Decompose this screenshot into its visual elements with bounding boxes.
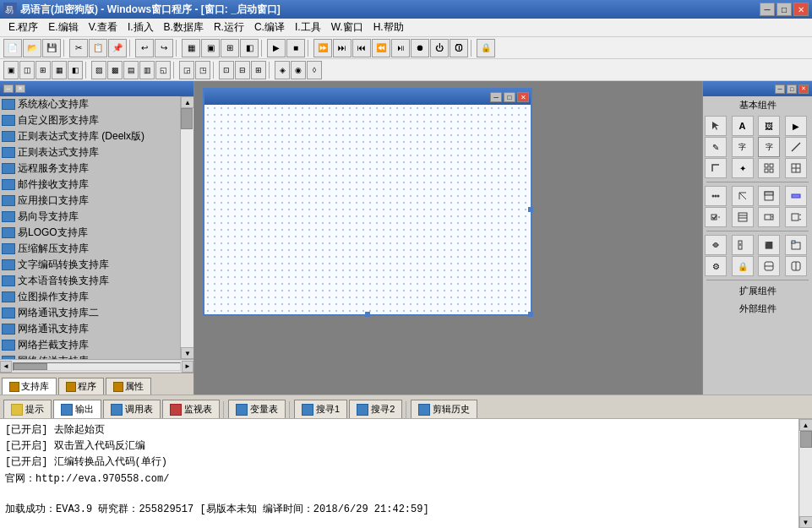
- list-item[interactable]: 网络拦截支持库: [0, 337, 180, 353]
- rp-scroll-tool[interactable]: [732, 235, 754, 255]
- lp-close-btn[interactable]: ✕: [15, 84, 25, 93]
- tb-b1[interactable]: ▦: [182, 39, 200, 57]
- rp-image-tool[interactable]: 🖼: [758, 116, 780, 136]
- menu-tools[interactable]: I.工具: [290, 19, 326, 36]
- rp-star-tool[interactable]: ✦: [732, 158, 754, 178]
- menu-db[interactable]: B.数据库: [159, 19, 209, 36]
- tb2-b3[interactable]: ⊞: [35, 61, 51, 79]
- menu-file[interactable]: E.程序: [3, 19, 43, 36]
- output-scroll-down[interactable]: ▼: [799, 516, 813, 528]
- output-scroll-thumb[interactable]: [800, 431, 812, 448]
- tb-new[interactable]: 📄: [3, 39, 22, 57]
- btab-clipboard[interactable]: 剪辑历史: [411, 400, 477, 418]
- tb-r5[interactable]: ⏯: [391, 39, 410, 57]
- hscroll-right-btn[interactable]: ►: [182, 361, 193, 373]
- tb2-b13[interactable]: ⊡: [219, 61, 234, 79]
- btab-watch[interactable]: 监视表: [162, 400, 220, 418]
- rp-max-btn[interactable]: □: [787, 84, 797, 94]
- tb-redo[interactable]: ↪: [155, 39, 173, 57]
- rp-combo-tool[interactable]: [758, 207, 780, 227]
- rp-line-tool[interactable]: [785, 137, 807, 157]
- btab-output[interactable]: 输出: [53, 400, 101, 418]
- list-item[interactable]: 文字编码转换支持库: [0, 257, 180, 273]
- design-canvas[interactable]: [204, 105, 531, 314]
- tb-b3[interactable]: ⊞: [221, 39, 239, 57]
- list-item[interactable]: 远程服务支持库: [0, 161, 180, 177]
- list-item[interactable]: 位图操作支持库: [0, 289, 180, 305]
- tb2-b12[interactable]: ◳: [195, 61, 210, 79]
- resize-bottom-center[interactable]: [365, 312, 370, 317]
- menu-insert[interactable]: I.插入: [123, 19, 159, 36]
- rp-textbox-tool[interactable]: 字: [758, 137, 780, 157]
- tb2-b18[interactable]: ◊: [307, 61, 322, 79]
- rp-table-tool[interactable]: [785, 158, 807, 178]
- scroll-down-btn[interactable]: ▼: [181, 347, 193, 359]
- tb-r8[interactable]: ⏼: [450, 39, 468, 57]
- menu-view[interactable]: V.查看: [84, 19, 123, 36]
- tb2-b17[interactable]: ◉: [291, 61, 306, 79]
- tb-r1[interactable]: ⏩: [313, 39, 332, 57]
- tb-open[interactable]: 📂: [23, 39, 41, 57]
- rp-img2-tool[interactable]: ⬛: [758, 235, 780, 255]
- tb-undo[interactable]: ↩: [135, 39, 154, 57]
- rp-bar-tool[interactable]: [785, 186, 807, 206]
- tb2-b2[interactable]: ◫: [19, 61, 35, 79]
- rp-corner-tool[interactable]: [732, 186, 754, 206]
- tb2-b7[interactable]: ▩: [107, 61, 123, 79]
- rp-spin-tool[interactable]: [785, 207, 807, 227]
- menu-window[interactable]: W.窗口: [326, 19, 368, 36]
- rp-grid-tool[interactable]: [758, 158, 780, 178]
- tb-run[interactable]: ▶: [267, 39, 286, 57]
- menu-help[interactable]: H.帮助: [368, 19, 409, 36]
- tb-r3[interactable]: ⏮: [352, 39, 371, 57]
- minimize-button[interactable]: ─: [760, 3, 775, 16]
- rp-panel-tool[interactable]: [758, 186, 780, 206]
- left-panel-scrollbar[interactable]: ▲ ▼: [180, 96, 193, 359]
- rp-arrow-tool[interactable]: [705, 158, 727, 178]
- tb2-b5[interactable]: ◧: [68, 61, 83, 79]
- tb-lock[interactable]: 🔒: [477, 39, 495, 57]
- tb2-b9[interactable]: ▥: [139, 61, 155, 79]
- lp-min-btn[interactable]: ─: [3, 84, 14, 93]
- btab-debug[interactable]: 调用表: [103, 400, 161, 418]
- tb-save[interactable]: 💾: [42, 39, 61, 57]
- tab-property[interactable]: 属性: [106, 378, 151, 395]
- rp-cursor-tool[interactable]: [705, 116, 727, 136]
- list-item[interactable]: 易向导支持库: [0, 209, 180, 225]
- list-item[interactable]: 网络传送支持库: [0, 353, 180, 359]
- rp-r1-tool[interactable]: [758, 256, 780, 276]
- btab-search1[interactable]: 搜寻1: [294, 400, 347, 418]
- tb-r4[interactable]: ⏪: [372, 39, 390, 57]
- tb2-b8[interactable]: ▤: [123, 61, 139, 79]
- inner-max-btn[interactable]: □: [504, 92, 515, 102]
- list-item[interactable]: 网络通讯支持库二: [0, 305, 180, 321]
- list-item[interactable]: 自定义图形支持库: [0, 112, 180, 128]
- menu-edit[interactable]: E.编辑: [43, 19, 83, 36]
- rp-dots-tool[interactable]: [705, 186, 727, 206]
- resize-bottom-right[interactable]: [528, 312, 533, 317]
- scroll-thumb[interactable]: [181, 108, 193, 129]
- resize-right-center[interactable]: [528, 207, 533, 212]
- tb2-b14[interactable]: ⊟: [235, 61, 250, 79]
- menu-compile[interactable]: C.编译: [249, 19, 290, 36]
- hscroll-left-btn[interactable]: ◄: [0, 361, 12, 373]
- inner-min-btn[interactable]: ─: [490, 92, 502, 102]
- tb2-b11[interactable]: ◲: [179, 61, 194, 79]
- tab-program[interactable]: 程序: [58, 378, 104, 395]
- tb-b2[interactable]: ▣: [201, 39, 220, 57]
- rp-lock2-tool[interactable]: 🔒: [732, 256, 754, 276]
- tab-support-lib[interactable]: 支持库: [2, 378, 57, 395]
- list-item[interactable]: 网络通讯支持库: [0, 321, 180, 337]
- btab-hint[interactable]: 提示: [3, 400, 52, 418]
- inner-close-btn[interactable]: ✕: [517, 92, 529, 102]
- scroll-up-btn[interactable]: ▲: [181, 96, 193, 108]
- list-item[interactable]: 应用接口支持库: [0, 193, 180, 209]
- tb-copy[interactable]: 📋: [89, 39, 107, 57]
- list-item[interactable]: 正则表达式支持库: [0, 144, 180, 161]
- tb2-b16[interactable]: ◈: [275, 61, 290, 79]
- btab-vars[interactable]: 变量表: [228, 400, 286, 418]
- list-item[interactable]: 文本语音转换支持库: [0, 273, 180, 289]
- rp-run-tool[interactable]: ▶: [785, 116, 807, 136]
- tb2-b4[interactable]: ▦: [52, 61, 67, 79]
- tb2-b6[interactable]: ▨: [91, 61, 106, 79]
